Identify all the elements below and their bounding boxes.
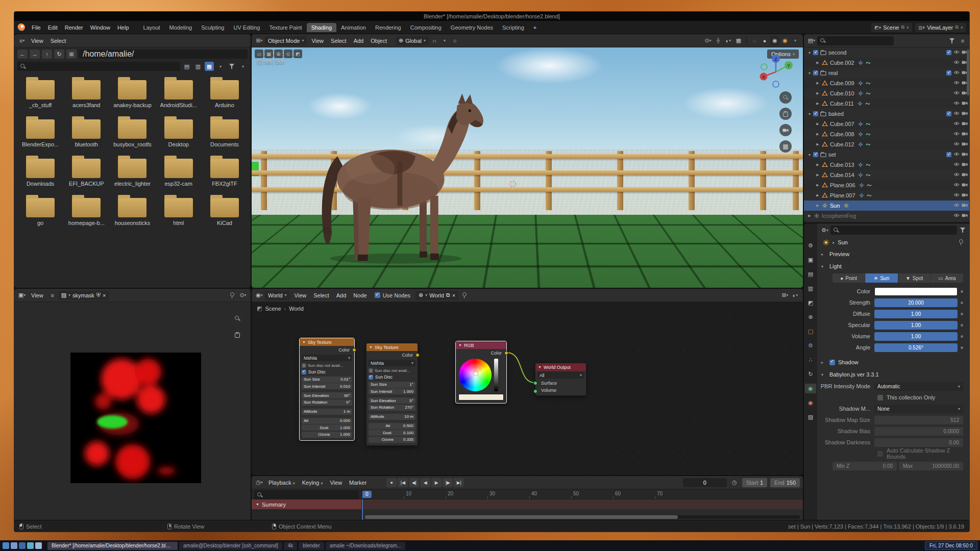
hide-eye-icon[interactable] (953, 192, 960, 198)
properties-tab-scene-icon[interactable]: ◩ (805, 298, 816, 308)
volume-slider[interactable]: 1.00 (874, 332, 958, 341)
folder-item[interactable]: _cb_stuff (17, 76, 63, 108)
display-list-icon[interactable]: ▤ (182, 62, 191, 71)
tool-icon-3[interactable]: ⊞ (274, 49, 283, 58)
timeline-menu-marker[interactable]: Marker (346, 479, 370, 486)
exclude-checkbox[interactable] (946, 50, 951, 55)
color-output-socket[interactable] (415, 353, 420, 357)
expand-arrow[interactable]: ▼ (806, 51, 813, 55)
node-rgb[interactable]: ▼RGB Color (455, 341, 507, 404)
checkbox-row[interactable]: Auto Calculate Shadow Z Bounds (817, 448, 970, 459)
pan-hand-icon[interactable] (231, 329, 243, 341)
value-slider[interactable] (494, 359, 498, 391)
current-frame-field[interactable]: 0 (683, 478, 727, 487)
viewport-pan-hand-icon[interactable] (779, 108, 792, 120)
value-field[interactable]: 512 (874, 416, 963, 424)
outliner-row[interactable]: ▶ Cube.009 (804, 78, 970, 88)
shader-menu-select[interactable]: Select (310, 292, 333, 299)
expand-arrow[interactable]: ▶ (814, 102, 821, 106)
editor-type-icon[interactable]: ▤▾ (807, 36, 816, 45)
filter-icon[interactable] (227, 62, 236, 71)
render-visibility-icon[interactable] (962, 141, 968, 147)
editor-type-icon[interactable]: ⊞▾ (255, 36, 264, 45)
exclude-checkbox[interactable] (946, 111, 951, 116)
editor-type-icon[interactable]: ▣▾ (17, 291, 27, 300)
launcher-icon-2[interactable] (11, 542, 17, 549)
play-reverse-button[interactable]: ◀ (420, 478, 430, 487)
hide-eye-icon[interactable] (953, 90, 960, 96)
overlays-toggle-icon[interactable]: ◐▾ (724, 36, 733, 45)
tool-icon-1[interactable]: ▭ (255, 49, 263, 58)
folder-item[interactable]: AndroidStudi... (156, 76, 202, 108)
unlink-icon[interactable]: × (103, 292, 106, 298)
render-visibility-icon[interactable] (962, 131, 968, 137)
color-swatch[interactable] (458, 394, 504, 400)
light-type-point-button[interactable]: ●Point (832, 273, 865, 283)
outliner-options-icon[interactable]: ≡ (958, 36, 967, 45)
outliner-row[interactable]: ▶ Cube.014 (804, 170, 970, 180)
next-keyframe-button[interactable]: |▶ (443, 478, 453, 487)
filter-icon[interactable] (958, 226, 967, 235)
hide-eye-icon[interactable] (953, 203, 960, 209)
outliner-row[interactable]: ▶ Plane.007 (804, 190, 970, 201)
panel-babylon[interactable]: ▾Babylon.js ver 3.3.1 (817, 368, 970, 381)
axis-gizmo[interactable]: Z Y X (758, 53, 794, 88)
workspace-tab-modeling[interactable]: Modeling (165, 23, 197, 32)
properties-tab-output-icon[interactable]: ▤ (805, 269, 816, 279)
volume-input-socket[interactable] (533, 389, 537, 393)
folder-item[interactable]: EFI_BACKUP (63, 155, 109, 187)
hide-eye-icon[interactable] (953, 152, 960, 158)
use-nodes-checkbox[interactable] (375, 292, 380, 298)
folder-item[interactable]: Desktop (156, 115, 202, 147)
folder-item[interactable]: KiCad (202, 194, 248, 226)
render-visibility-icon[interactable] (962, 213, 968, 219)
hide-eye-icon[interactable] (953, 162, 960, 168)
filter-caret[interactable]: ▾ (238, 62, 248, 71)
folder-item[interactable]: Downloads (17, 155, 63, 187)
dropdown-field[interactable]: None▾ (874, 405, 963, 413)
path-field[interactable]: /home/amalie/ (79, 49, 248, 59)
hide-eye-icon[interactable] (953, 121, 960, 127)
timeline-hscrollbar[interactable] (365, 515, 800, 519)
node-sky-texture-1[interactable]: ▼Sky Texture Color Nishita▾ iSun disc no… (299, 338, 355, 441)
pin-icon[interactable] (227, 291, 236, 300)
timeline-menu-keying[interactable]: Keying ▾ (299, 479, 327, 486)
auto-keying-icon[interactable]: ◷ (730, 478, 739, 487)
unlink-icon[interactable]: × (452, 292, 455, 298)
outliner-row[interactable]: ▶ Cube.013 (804, 160, 970, 170)
hide-eye-icon[interactable] (953, 49, 960, 56)
specular-slider[interactable]: 1.00 (874, 321, 958, 330)
new-scene-icon[interactable]: ⧉ (901, 24, 904, 30)
strength-slider[interactable]: 20.000 (874, 298, 958, 307)
expand-arrow[interactable]: ▶ (814, 142, 821, 146)
display-column-icon[interactable]: ▥ (193, 62, 203, 71)
up-button[interactable]: ↑ (42, 49, 52, 59)
node-param[interactable]: Ozone0.335 (369, 437, 415, 443)
snap-node-icon[interactable]: ⊞▾ (780, 291, 790, 300)
outliner-row[interactable]: ▶ Cube.002 (804, 58, 970, 68)
render-visibility-icon[interactable] (962, 162, 968, 168)
expand-arrow[interactable]: ▶ (814, 204, 821, 208)
node-param[interactable]: Sun Size0.01° (302, 377, 352, 383)
workspace-tab-animation[interactable]: Animation (336, 23, 371, 32)
editor-type-icon[interactable]: ≡▾ (17, 36, 27, 45)
zoom-gizmo-icon[interactable] (231, 312, 243, 324)
menu-view[interactable]: View (28, 292, 47, 299)
menu-render[interactable]: Render (61, 24, 87, 31)
folder-item[interactable]: houseonsticks (109, 194, 155, 226)
properties-tab-physics-icon[interactable]: ↻ (805, 369, 816, 379)
folder-item[interactable]: go (17, 194, 63, 226)
record-button[interactable]: ● (386, 478, 397, 487)
folder-item[interactable]: acers3fand (63, 76, 109, 108)
folder-item[interactable]: electric_lighter (109, 155, 155, 187)
taskbar-window-button[interactable]: amalie@Desktop/blender [ssh_command] (179, 542, 282, 550)
outliner-search-input[interactable] (817, 36, 894, 45)
dropdown-field[interactable]: Automatic▾ (874, 382, 963, 391)
menu-file[interactable]: File (28, 24, 44, 31)
tool-icon-4[interactable]: ⊙ (284, 49, 292, 58)
expand-arrow[interactable]: ▶ (814, 91, 821, 95)
folder-item[interactable]: BlenderExpo... (17, 115, 63, 147)
hide-eye-icon[interactable] (953, 141, 960, 147)
expand-arrow[interactable]: ▶ (806, 214, 813, 218)
node-param[interactable]: Dust0.100 (369, 430, 415, 436)
